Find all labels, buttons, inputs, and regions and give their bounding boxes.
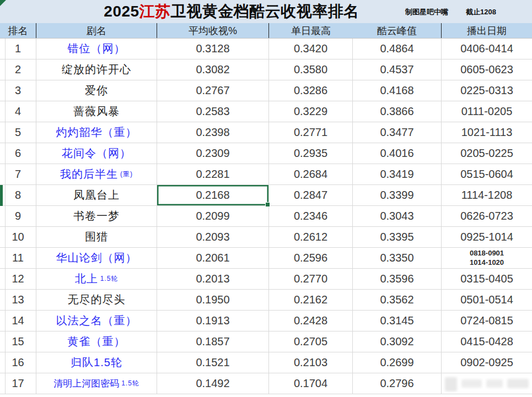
table-row: 13无尽的尽头0.19500.21620.35620501-0514 <box>0 290 532 311</box>
column-header-0[interactable]: 排名 <box>0 23 36 38</box>
drama-name-cell[interactable]: 蔷薇风暴 <box>36 101 157 122</box>
air-date-cell[interactable]: 0818-09011014-1020 <box>442 248 532 269</box>
day-max-cell[interactable]: 0.3286 <box>269 80 353 101</box>
avg-rating-cell[interactable]: 0.1913 <box>157 311 269 331</box>
air-date-cell[interactable]: 0205-0225 <box>442 143 532 164</box>
drama-name-cell[interactable]: 围猎 <box>36 227 157 248</box>
drama-name-cell[interactable]: 灼灼韶华（重） <box>36 122 157 143</box>
air-date-cell[interactable]: 0605-0623 <box>442 59 532 80</box>
air-date-cell[interactable]: 0902-0925 <box>442 352 532 373</box>
air-date-cell[interactable]: 1114-1208 <box>442 185 532 206</box>
air-date-cell[interactable]: 0501-0514 <box>442 290 532 311</box>
day-max-cell[interactable]: 0.2684 <box>269 164 353 185</box>
drama-name-cell[interactable]: 花间令（网） <box>36 143 157 164</box>
avg-rating-cell[interactable]: 0.1857 <box>157 331 269 352</box>
day-max-cell[interactable]: 0.2346 <box>269 206 353 227</box>
peak-cell[interactable]: 0.4537 <box>353 59 442 80</box>
day-max-cell[interactable]: 0.3229 <box>269 101 353 122</box>
day-max-cell[interactable]: 0.2162 <box>269 290 353 311</box>
peak-cell[interactable]: 0.3419 <box>353 164 442 185</box>
avg-rating-cell[interactable]: 0.2583 <box>157 101 269 122</box>
drama-name-cell[interactable]: 我的后半生(重) <box>36 164 157 185</box>
drama-name-cell[interactable]: 凤凰台上 <box>36 185 157 206</box>
column-header-2[interactable]: 平均收视% <box>157 23 269 38</box>
column-header-4[interactable]: 酷云峰值 <box>353 23 442 38</box>
avg-rating-cell[interactable]: 0.1521 <box>157 352 269 373</box>
peak-cell[interactable]: 0.4016 <box>353 143 442 164</box>
air-date-cell[interactable]: 0315-0405 <box>442 269 532 290</box>
column-header-1[interactable]: 剧名 <box>36 23 157 38</box>
drama-name-cell[interactable]: 华山论剑（网） <box>36 248 157 269</box>
peak-cell[interactable]: 0.3477 <box>353 122 442 143</box>
avg-rating-cell[interactable]: 0.3082 <box>157 59 269 80</box>
peak-cell[interactable]: 0.3092 <box>353 331 442 352</box>
peak-cell[interactable]: 0.3866 <box>353 101 442 122</box>
column-header-3[interactable]: 单日最高 <box>269 23 353 38</box>
air-date-multiline: 0818-09011014-1020 <box>470 249 504 267</box>
drama-name-cell[interactable]: 错位（网） <box>36 39 157 59</box>
air-date-cell[interactable]: 0225-0313 <box>442 80 532 101</box>
column-header-5[interactable]: 播出日期 <box>442 23 532 38</box>
drama-name-cell[interactable]: 以法之名（重） <box>36 311 157 331</box>
avg-rating-cell[interactable]: 0.1950 <box>157 290 269 311</box>
drama-name-cell[interactable]: 书卷一梦 <box>36 206 157 227</box>
air-date-cell[interactable]: 0111-0205 <box>442 101 532 122</box>
table-row: 7我的后半生(重)0.22810.26840.34190515-0604 <box>0 164 532 185</box>
day-max-cell[interactable]: 0.3580 <box>269 59 353 80</box>
day-max-cell[interactable]: 0.2935 <box>269 143 353 164</box>
table-row: 6花间令（网）0.23090.29350.40160205-0225 <box>0 143 532 164</box>
avg-rating-cell[interactable]: 0.2013 <box>157 269 269 290</box>
air-date-cell[interactable] <box>442 373 532 394</box>
air-date-cell[interactable]: 0406-0414 <box>442 39 532 59</box>
avg-rating-cell[interactable]: 0.3128 <box>157 39 269 59</box>
air-date-cell[interactable]: 0415-0428 <box>442 331 532 352</box>
drama-name-cell[interactable]: 北上1.5轮 <box>36 269 157 290</box>
day-max-cell[interactable]: 0.2847 <box>269 185 353 206</box>
peak-cell[interactable]: 0.3596 <box>353 269 442 290</box>
peak-cell[interactable]: 0.2699 <box>353 352 442 373</box>
drama-name: 无尽的尽头 <box>68 292 126 307</box>
drama-name-cell[interactable]: 归队1.5轮 <box>36 352 157 373</box>
peak-cell[interactable]: 0.4864 <box>353 39 442 59</box>
day-max-cell[interactable]: 0.2596 <box>269 248 353 269</box>
peak-cell[interactable]: 0.3395 <box>353 227 442 248</box>
avg-rating-cell[interactable]: 0.1492 <box>157 373 269 394</box>
air-date-cell[interactable]: 0515-0604 <box>442 164 532 185</box>
peak-cell[interactable]: 0.3399 <box>353 185 442 206</box>
avg-rating-cell[interactable]: 0.2061 <box>157 248 269 269</box>
drama-name-cell[interactable]: 清明上河图密码1.5轮 <box>36 373 157 394</box>
avg-rating-cell[interactable]: 0.2093 <box>157 227 269 248</box>
avg-rating-cell[interactable]: 0.2099 <box>157 206 269 227</box>
day-max-cell[interactable]: 0.2612 <box>269 227 353 248</box>
peak-cell[interactable]: 0.3562 <box>353 290 442 311</box>
avg-rating-cell[interactable]: 0.2168 <box>157 185 269 206</box>
drama-name: 绽放的许开心 <box>62 62 131 77</box>
drama-name-cell[interactable]: 绽放的许开心 <box>36 59 157 80</box>
day-max-cell[interactable]: 0.2771 <box>269 122 353 143</box>
credit-text: 制图星吧中嘴 <box>405 7 448 17</box>
air-date-cell[interactable]: 1021-1113 <box>442 122 532 143</box>
peak-cell[interactable]: 0.4168 <box>353 80 442 101</box>
day-max-cell[interactable]: 0.2428 <box>269 311 353 331</box>
peak-cell[interactable]: 0.2796 <box>353 373 442 394</box>
day-max-cell[interactable]: 0.2705 <box>269 331 353 352</box>
day-max-cell[interactable]: 0.3420 <box>269 39 353 59</box>
day-max-cell[interactable]: 0.2103 <box>269 352 353 373</box>
peak-cell[interactable]: 0.3350 <box>353 248 442 269</box>
day-max-cell[interactable]: 0.2770 <box>269 269 353 290</box>
peak-cell[interactable]: 0.3145 <box>353 311 442 331</box>
avg-rating-cell[interactable]: 0.2281 <box>157 164 269 185</box>
drama-name-cell[interactable]: 黄雀（重） <box>36 331 157 352</box>
air-date-cell[interactable]: 0626-0723 <box>442 206 532 227</box>
drama-name-suffix: 1.5轮 <box>100 274 119 284</box>
day-max-cell[interactable]: 0.1704 <box>269 373 353 394</box>
avg-rating-cell[interactable]: 0.2767 <box>157 80 269 101</box>
drama-name-cell[interactable]: 爱你 <box>36 80 157 101</box>
avg-rating-cell[interactable]: 0.2309 <box>157 143 269 164</box>
drama-name-cell[interactable]: 无尽的尽头 <box>36 290 157 311</box>
air-date-cell[interactable]: 0925-1014 <box>442 227 532 248</box>
peak-cell[interactable]: 0.3043 <box>353 206 442 227</box>
air-date-cell[interactable]: 0724-0815 <box>442 311 532 331</box>
table-row: 2绽放的许开心0.30820.35800.45370605-0623 <box>0 59 532 80</box>
avg-rating-cell[interactable]: 0.2398 <box>157 122 269 143</box>
